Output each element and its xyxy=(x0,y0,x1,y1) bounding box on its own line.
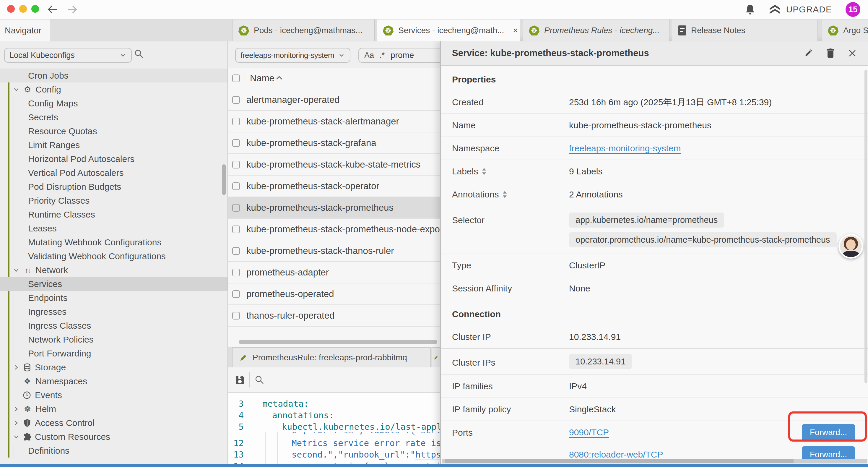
sidebar-item-vertical-pod-autoscalers[interactable]: Vertical Pod Autoscalers xyxy=(0,166,227,180)
editor-tab-next-partial[interactable] xyxy=(432,347,440,368)
tab-close-icon[interactable]: × xyxy=(509,26,518,35)
namespace-select[interactable]: freeleaps-monitoring-system xyxy=(235,48,350,63)
name-column-header[interactable]: Name xyxy=(250,73,275,84)
sidebar-item-events[interactable]: Events xyxy=(0,388,227,402)
detail-vertical-scrollbar-thumb[interactable] xyxy=(864,70,867,383)
sidebar-item-ingresses[interactable]: Ingresses xyxy=(0,305,227,319)
list-search-field[interactable]: Aa .* xyxy=(359,48,447,63)
sidebar-item-resource-quotas[interactable]: Resource Quotas xyxy=(0,124,227,138)
row-checkbox[interactable] xyxy=(232,269,240,276)
notification-count-badge[interactable]: 15 xyxy=(845,2,860,17)
sort-ascending-icon[interactable] xyxy=(275,75,283,80)
chevron-right-icon[interactable] xyxy=(13,364,20,371)
table-row-kube-prometheus-stack-kube-state-metrics[interactable]: kube-prometheus-stack-kube-state-metrics xyxy=(228,154,440,176)
sidebar-item-custom-resources[interactable]: Custom Resources xyxy=(0,430,227,444)
table-row-prometheus-operated[interactable]: prometheus-operated xyxy=(228,284,440,305)
table-row-kube-prometheus-stack-prometheus-node-expor[interactable]: kube-prometheus-stack-prometheus-node-ex… xyxy=(228,219,440,240)
table-row-kube-prometheus-stack-grafana[interactable]: kube-prometheus-stack-grafana xyxy=(228,133,440,154)
edit-pencil-icon[interactable] xyxy=(804,49,813,58)
row-checkbox[interactable] xyxy=(232,290,240,298)
detail-link[interactable]: freeleaps-monitoring-system xyxy=(569,143,681,153)
close-icon[interactable] xyxy=(848,49,857,58)
sort-updown-icon[interactable] xyxy=(502,191,507,199)
sidebar-item-access-control[interactable]: Access Control xyxy=(0,416,227,430)
list-horizontal-scrollbar-thumb[interactable] xyxy=(239,340,437,344)
chevron-down-icon[interactable] xyxy=(13,86,20,93)
sidebar-item-ingress-classes[interactable]: Ingress Classes xyxy=(0,319,227,332)
back-arrow-icon[interactable] xyxy=(47,4,59,16)
port-link[interactable]: 8080:reloader-web/TCP xyxy=(569,449,663,459)
save-icon[interactable] xyxy=(235,375,245,385)
sidebar-item-validating-webhook-configurations[interactable]: Validating Webhook Configurations xyxy=(0,249,227,263)
tab-release-notes[interactable]: Release Notes xyxy=(672,20,818,41)
tab-services-icecheng-math[interactable]: ☸Services - icecheng@math...× xyxy=(377,20,520,41)
chevron-right-icon[interactable] xyxy=(13,406,20,412)
row-checkbox[interactable] xyxy=(232,312,240,320)
yaml-editor[interactable]: 3metadata:4annotations:5kubectl.kubernet… xyxy=(228,393,440,465)
sidebar-item-limit-ranges[interactable]: Limit Ranges xyxy=(0,138,227,152)
sidebar-item-horizontal-pod-autoscalers[interactable]: Horizontal Pod Autoscalers xyxy=(0,152,227,166)
tab-prometheus-rules-icecheng[interactable]: ☸Prometheus Rules - icecheng... xyxy=(523,20,670,41)
row-checkbox[interactable] xyxy=(232,139,240,147)
sidebar-item-runtime-classes[interactable]: Runtime Classes xyxy=(0,207,227,222)
sidebar-item-pod-disruption-budgets[interactable]: Pod Disruption Budgets xyxy=(0,180,227,194)
search-input[interactable] xyxy=(390,50,430,60)
row-checkbox[interactable] xyxy=(232,96,240,104)
editor-search-icon[interactable] xyxy=(255,375,264,384)
kubeconfig-source-select[interactable]: Local Kubeconfigs xyxy=(4,48,132,63)
delete-trash-icon[interactable] xyxy=(826,48,835,58)
chevron-down-icon[interactable] xyxy=(13,267,20,273)
sidebar-item-network-policies[interactable]: Network Policies xyxy=(0,332,227,346)
select-all-checkbox[interactable] xyxy=(232,75,240,82)
zoom-window-button[interactable] xyxy=(31,5,39,13)
row-checkbox[interactable] xyxy=(232,118,240,125)
sort-updown-icon[interactable] xyxy=(482,167,487,176)
sidebar-search-button[interactable] xyxy=(134,49,144,59)
sidebar-item-helm[interactable]: ☸Helm xyxy=(0,402,227,416)
notifications-bell-icon[interactable] xyxy=(745,4,755,16)
table-row-thanos-ruler-operated[interactable]: thanos-ruler-operated xyxy=(228,305,440,327)
navigator-panel-tab[interactable]: Navigator xyxy=(0,20,50,41)
forward-arrow-icon[interactable] xyxy=(66,4,78,16)
chevron-right-icon[interactable] xyxy=(13,420,20,426)
sidebar-item-config-maps[interactable]: Config Maps xyxy=(0,96,227,110)
detail-horizontal-scrollbar[interactable] xyxy=(442,459,867,463)
sidebar-item-secrets[interactable]: Secrets xyxy=(0,110,227,124)
regex-toggle[interactable]: .* xyxy=(379,51,385,60)
port-link[interactable]: 9090/TCP xyxy=(569,428,609,437)
tab-pods-icecheng-mathmas[interactable]: ☸Pods - icecheng@mathmas... xyxy=(232,20,375,41)
close-window-button[interactable] xyxy=(7,5,15,13)
user-avatar[interactable] xyxy=(838,234,863,259)
editor-tab-prometheusrule[interactable]: PrometheusRule: freeleaps-prod-rabbitmq xyxy=(232,347,431,368)
match-case-toggle[interactable]: Aa xyxy=(364,51,374,60)
sidebar-item-network[interactable]: ↑↓Network xyxy=(0,263,227,277)
sidebar-item-services[interactable]: Services xyxy=(0,277,227,291)
sidebar-item-leases[interactable]: Leases xyxy=(0,222,227,235)
tab-argo-se[interactable]: ☸Argo Se xyxy=(822,20,868,41)
table-row-prometheus-adapter[interactable]: prometheus-adapter xyxy=(228,262,440,284)
sidebar-item-cron-jobs[interactable]: Cron Jobs xyxy=(0,68,227,83)
forward-button[interactable]: Forward... xyxy=(802,446,855,459)
table-row-kube-prometheus-stack-prometheus[interactable]: kube-prometheus-stack-prometheus xyxy=(228,197,440,219)
row-checkbox[interactable] xyxy=(232,226,240,233)
sidebar-item-config[interactable]: ⚙Config xyxy=(0,83,227,96)
sidebar-item-mutating-webhook-configurations[interactable]: Mutating Webhook Configurations xyxy=(0,235,227,249)
sidebar-item-storage[interactable]: Storage xyxy=(0,360,227,374)
table-row-kube-prometheus-stack-operator[interactable]: kube-prometheus-stack-operator xyxy=(228,176,440,197)
sidebar-item-priority-classes[interactable]: Priority Classes xyxy=(0,194,227,207)
upgrade-button[interactable]: UPGRADE xyxy=(769,4,832,15)
row-checkbox[interactable] xyxy=(232,247,240,255)
minimize-window-button[interactable] xyxy=(19,5,27,13)
sidebar-item-port-forwarding[interactable]: Port Forwarding xyxy=(0,346,227,360)
row-checkbox[interactable] xyxy=(232,161,240,169)
table-row-alertmanager-operated[interactable]: alertmanager-operated xyxy=(228,89,440,111)
code-link[interactable]: https://net xyxy=(415,449,440,460)
table-row-kube-prometheus-stack-thanos-ruler[interactable]: kube-prometheus-stack-thanos-ruler xyxy=(228,240,440,262)
sidebar-item-definitions[interactable]: Definitions xyxy=(0,444,227,458)
row-checkbox[interactable] xyxy=(232,182,240,190)
sidebar-scrollbar-thumb[interactable] xyxy=(222,164,226,195)
sidebar-item-namespaces[interactable]: ❖Namespaces xyxy=(0,374,227,388)
chevron-down-icon[interactable] xyxy=(13,434,20,440)
row-checkbox[interactable] xyxy=(232,204,240,212)
table-row-kube-prometheus-stack-alertmanager[interactable]: kube-prometheus-stack-alertmanager xyxy=(228,111,440,133)
